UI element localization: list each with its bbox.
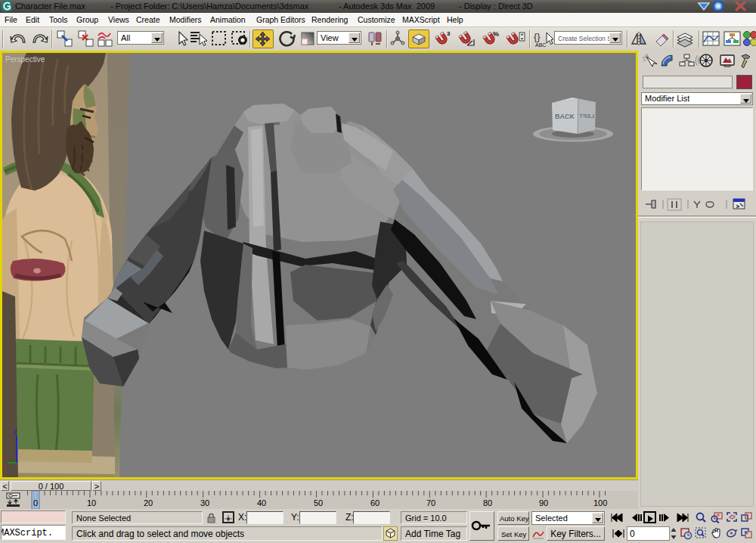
svg-text:ABC: ABC	[535, 42, 546, 48]
svg-text:3: 3	[447, 30, 451, 37]
svg-text:LEFT: LEFT	[579, 113, 594, 119]
svg-text:z: z	[14, 428, 17, 436]
svg-text:%: %	[493, 30, 499, 38]
svg-text:x: x	[3, 463, 7, 470]
svg-text:{}: {}	[534, 31, 541, 42]
svg-text:BACK: BACK	[555, 113, 575, 120]
